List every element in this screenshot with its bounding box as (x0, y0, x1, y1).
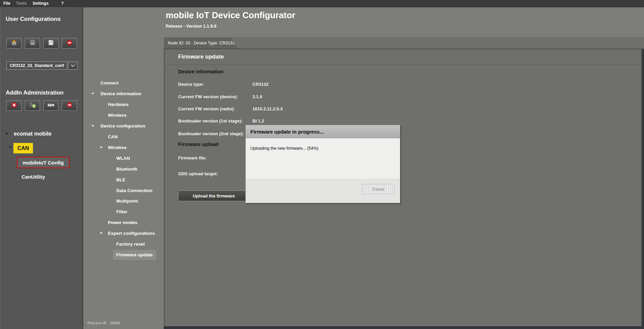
save-config-button[interactable] (43, 38, 58, 48)
menu-file[interactable]: File (3, 1, 10, 6)
bootloader-2nd-label: Bootloader version (2nd stage): (178, 131, 244, 136)
firmware-upload-title: Firmware upload (178, 141, 218, 147)
tab-node-device[interactable]: Node ID: 33 - Device Type: CR3132 (164, 38, 238, 49)
bootloader-1st-label: Bootloader version (1st stage): (178, 118, 242, 123)
nav-expander-expert-configurations-icon[interactable] (100, 232, 103, 234)
print-config-button[interactable] (25, 38, 40, 48)
nav-item-wireless-info[interactable]: Wireless (108, 110, 126, 120)
dialog-footer: Close (246, 179, 400, 203)
import-config-icon (11, 39, 17, 47)
page-title: Firmware update (178, 53, 224, 60)
bootloader-1st-value: Bl 1.2 (252, 118, 264, 123)
tree-expander-can-icon[interactable] (8, 146, 12, 148)
firmware-file-label: Firmware file: (178, 155, 207, 160)
process-id-label: Process ID (87, 321, 107, 325)
window-edge-right (642, 49, 644, 329)
remove-config-button[interactable] (62, 38, 77, 48)
process-id: Process ID24332 (87, 321, 123, 325)
chevron-down-icon (71, 63, 75, 69)
tree-item-canutility[interactable]: CanUtility (22, 174, 45, 180)
user-configurations-title: User Configurations (6, 16, 61, 23)
nav-item-ble[interactable]: BLE (116, 175, 125, 185)
delete-addin-button[interactable] (6, 100, 22, 111)
tab-strip: Node ID: 33 - Device Type: CR3132 (164, 37, 644, 49)
content-panel: Firmware update Device information Devic… (164, 49, 642, 327)
nav-expander-wireless-icon[interactable] (100, 147, 103, 148)
dialog-progress-message: Uploading the new firmware... (54%) (250, 146, 318, 151)
app-version: Release - Version 1.1.9.6 (166, 24, 216, 29)
nav-item-filter[interactable]: Filter (116, 207, 127, 217)
tree-item-ecomat-mobile[interactable]: ecomat mobile (14, 131, 51, 137)
add-addin-icon (29, 102, 36, 109)
menu-help[interactable]: ? (61, 1, 64, 6)
addin-administration-title: AddIn Administration (6, 89, 64, 96)
nav-expander-device-information-icon[interactable] (91, 93, 94, 95)
nav-item-device-configuration[interactable]: Device configuration (100, 121, 146, 131)
fw-version-radio-value: 1610.2.11.2.0.3 (252, 106, 283, 111)
nav-item-data-connection[interactable]: Data Connection (116, 186, 152, 196)
device-addin-icon (47, 103, 54, 109)
menu-settings[interactable]: Settings (33, 1, 48, 6)
nav-item-connect[interactable]: Connect (100, 78, 119, 88)
device-type-value: CR3132 (252, 82, 269, 87)
fw-version-device-value: 3.1.0 (252, 94, 262, 99)
tree-item-can[interactable]: CAN (13, 143, 33, 153)
nav-item-expert-configurations[interactable]: Expert configurations (108, 228, 155, 239)
device-type-label: Device type: (178, 82, 204, 87)
fw-version-device-label: Current FW version (device): (178, 94, 238, 99)
add-addin-button[interactable] (25, 100, 40, 111)
nav-item-wlan[interactable]: WLAN (116, 153, 130, 163)
sidebar: User Configurations (0, 7, 83, 329)
window-edge-bottom (164, 327, 644, 329)
nav-item-device-information[interactable]: Device information (100, 89, 142, 99)
nav-item-wireless-config[interactable]: Wireless (108, 143, 126, 153)
process-id-value: 24332 (110, 321, 120, 325)
nav-item-power-modes[interactable]: Power modes (108, 218, 137, 228)
tree-item-mobileiot-config[interactable]: mobileIoT Config (17, 157, 70, 168)
fw-version-radio-label: Current FW version (radio): (178, 106, 235, 111)
delete-addin-icon (11, 102, 17, 109)
save-config-icon (48, 40, 54, 47)
nav-item-hardware[interactable]: Hardware (108, 100, 129, 110)
nav-item-bluetooth[interactable]: Bluetooth (116, 164, 137, 174)
content-heading-band: Firmware update (164, 49, 641, 65)
remove-addin-icon (67, 102, 73, 109)
device-addin-button[interactable] (43, 100, 58, 111)
close-button[interactable]: Close (362, 184, 395, 194)
config-select-dropdown-button[interactable] (68, 62, 78, 70)
tree-expander-ecomat-icon[interactable] (5, 133, 8, 135)
main-header: mobile IoT Device Configurator Release -… (164, 7, 644, 37)
firmware-progress-dialog: Firmware update in progress... Uploading… (245, 125, 400, 203)
nav-item-factory-reset[interactable]: Factory reset (116, 239, 145, 249)
navigation-panel: Connect Device information Hardware Wire… (84, 7, 164, 329)
dialog-title: Firmware update in progress... (246, 125, 400, 138)
remove-addin-button[interactable] (62, 100, 77, 111)
nav-expander-device-configuration-icon[interactable] (91, 125, 94, 127)
sdo-upload-target-label: SDO upload target: (178, 171, 218, 176)
nav-item-multipoint[interactable]: Multipoint (116, 196, 138, 206)
config-select[interactable]: CR3132_33_Standard_conf (6, 62, 67, 70)
print-config-icon (29, 40, 36, 47)
import-config-button[interactable] (6, 38, 22, 48)
menu-tools[interactable]: Tools (16, 1, 27, 6)
device-information-title: Device information (178, 69, 224, 74)
upload-firmware-button[interactable]: Upload the firmware (178, 190, 249, 201)
remove-config-icon (67, 40, 73, 47)
nav-item-firmware-update[interactable]: Firmware update (113, 250, 156, 260)
menu-bar: File Tools Settings ? (0, 0, 644, 7)
app-title: mobile IoT Device Configurator (166, 10, 295, 21)
nav-item-can[interactable]: CAN (108, 132, 118, 142)
